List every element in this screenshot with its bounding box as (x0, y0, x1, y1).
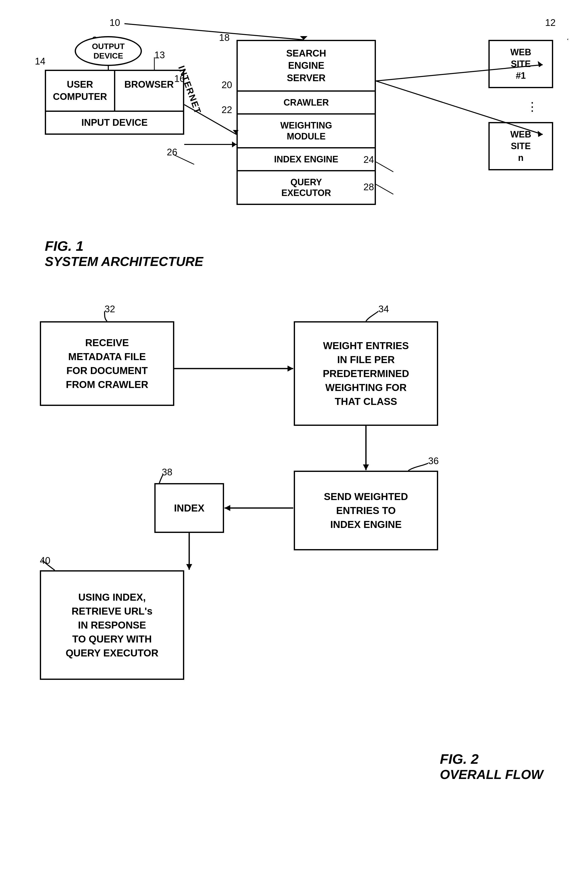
fig2-diagram: RECEIVE METADATA FILE FOR DOCUMENT FROM … (20, 296, 568, 844)
box-36: SEND WEIGHTED ENTRIES TO INDEX ENGINE (294, 471, 438, 550)
websiten-box: WEB SITE n (488, 122, 553, 170)
box-38: INDEX (154, 483, 224, 533)
fig1-diagram: 10 12 14 16 18 20 22 24 26 28 30 13 OUTP… (20, 15, 568, 276)
output-device: OUTPUT DEVICE (75, 36, 142, 66)
website1-box: WEB SITE #1 (488, 40, 553, 88)
ref-14: 14 (35, 56, 45, 67)
ref-18: 18 (219, 32, 230, 43)
svg-marker-19 (363, 465, 369, 470)
ref-10: 10 (110, 17, 120, 28)
ref-26: 26 (167, 147, 177, 158)
box-34: WEIGHT ENTRIES IN FILE PER PREDETERMINED… (294, 321, 438, 426)
svg-marker-1 (300, 36, 308, 40)
input-device-label: INPUT DEVICE (46, 112, 183, 134)
box-40: USING INDEX, RETRIEVE URL's IN RESPONSE … (40, 570, 184, 680)
svg-line-13 (376, 184, 393, 194)
ref-12: 12 (545, 17, 556, 28)
svg-marker-17 (288, 366, 293, 372)
svg-marker-21 (224, 505, 230, 511)
user-computer-label: USER COMPUTER (46, 71, 115, 111)
ref-32: 32 (105, 304, 115, 314)
fig1-label: FIG. 1 SYSTEM ARCHITECTURE (45, 238, 203, 269)
dots: ⋮ (526, 100, 538, 114)
user-computer-box: USER COMPUTER BROWSER INPUT DEVICE (45, 70, 184, 135)
ref-40: 40 (40, 555, 50, 566)
weighting-module-row: WEIGHTING MODULE (238, 114, 375, 148)
svg-line-12 (376, 162, 393, 172)
browser-label: BROWSER (115, 71, 183, 111)
search-engine-server: SEARCH ENGINE SERVER CRAWLER WEIGHTING M… (236, 40, 376, 205)
svg-line-0 (125, 24, 304, 40)
index-engine-row: INDEX ENGINE (238, 148, 375, 171)
ref-20: 20 (222, 80, 232, 90)
svg-marker-23 (186, 564, 192, 570)
svg-marker-10 (232, 142, 236, 148)
ref-36: 36 (428, 456, 439, 466)
fig2-label: FIG. 2 OVERALL FLOW (440, 751, 543, 782)
box-32: RECEIVE METADATA FILE FOR DOCUMENT FROM … (40, 321, 174, 406)
ref-13: 13 (154, 50, 165, 61)
search-engine-header: SEARCH ENGINE SERVER (238, 41, 375, 91)
svg-line-2 (568, 24, 568, 40)
ref-22: 22 (222, 105, 232, 115)
ref-38: 38 (162, 467, 172, 478)
crawler-row: CRAWLER (238, 91, 375, 114)
ref-34: 34 (378, 304, 389, 314)
query-executor-row: QUERY EXECUTOR (238, 171, 375, 204)
